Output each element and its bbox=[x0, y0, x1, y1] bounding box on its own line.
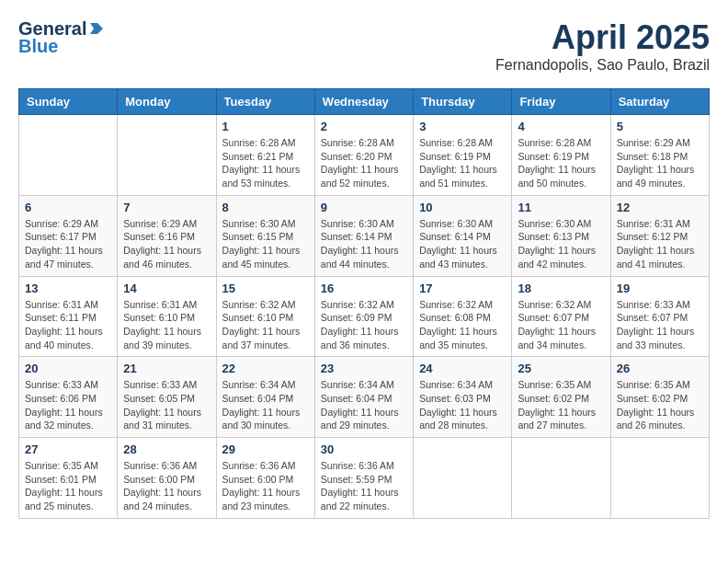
calendar-day-cell: 7Sunrise: 6:29 AM Sunset: 6:16 PM Daylig… bbox=[118, 195, 216, 276]
calendar-day-cell: 19Sunrise: 6:33 AM Sunset: 6:07 PM Dayli… bbox=[610, 276, 709, 357]
calendar-week-row: 27Sunrise: 6:35 AM Sunset: 6:01 PM Dayli… bbox=[19, 438, 710, 519]
day-number: 23 bbox=[321, 362, 407, 375]
page-header: General Blue April 2025 Fernandopolis, S… bbox=[18, 18, 710, 74]
day-info: Sunrise: 6:34 AM Sunset: 6:04 PM Dayligh… bbox=[321, 378, 407, 432]
day-info: Sunrise: 6:36 AM Sunset: 6:00 PM Dayligh… bbox=[123, 459, 210, 513]
calendar-day-cell: 11Sunrise: 6:30 AM Sunset: 6:13 PM Dayli… bbox=[512, 195, 610, 276]
weekday-header: Tuesday bbox=[216, 89, 314, 115]
calendar-day-cell: 6Sunrise: 6:29 AM Sunset: 6:17 PM Daylig… bbox=[19, 195, 118, 276]
logo-blue: Blue bbox=[18, 36, 58, 57]
day-info: Sunrise: 6:35 AM Sunset: 6:01 PM Dayligh… bbox=[25, 459, 111, 513]
calendar-day-cell: 3Sunrise: 6:28 AM Sunset: 6:19 PM Daylig… bbox=[414, 115, 512, 196]
calendar-day-cell: 10Sunrise: 6:30 AM Sunset: 6:14 PM Dayli… bbox=[414, 195, 512, 276]
weekday-header: Sunday bbox=[19, 89, 118, 115]
day-info: Sunrise: 6:30 AM Sunset: 6:14 PM Dayligh… bbox=[419, 217, 506, 271]
calendar-day-cell: 24Sunrise: 6:34 AM Sunset: 6:03 PM Dayli… bbox=[414, 357, 512, 438]
calendar-day-cell: 21Sunrise: 6:33 AM Sunset: 6:05 PM Dayli… bbox=[118, 357, 216, 438]
day-number: 4 bbox=[518, 120, 604, 133]
calendar-week-row: 6Sunrise: 6:29 AM Sunset: 6:17 PM Daylig… bbox=[19, 195, 710, 276]
calendar-day-cell: 25Sunrise: 6:35 AM Sunset: 6:02 PM Dayli… bbox=[512, 357, 610, 438]
day-info: Sunrise: 6:30 AM Sunset: 6:13 PM Dayligh… bbox=[518, 217, 604, 271]
calendar-day-cell bbox=[118, 115, 216, 196]
day-info: Sunrise: 6:34 AM Sunset: 6:03 PM Dayligh… bbox=[419, 378, 506, 432]
day-info: Sunrise: 6:33 AM Sunset: 6:07 PM Dayligh… bbox=[617, 298, 703, 352]
calendar-day-cell: 26Sunrise: 6:35 AM Sunset: 6:02 PM Dayli… bbox=[610, 357, 709, 438]
calendar-day-cell: 12Sunrise: 6:31 AM Sunset: 6:12 PM Dayli… bbox=[610, 195, 709, 276]
day-number: 7 bbox=[123, 201, 210, 214]
calendar-day-cell bbox=[610, 438, 709, 519]
calendar-day-cell: 9Sunrise: 6:30 AM Sunset: 6:14 PM Daylig… bbox=[314, 195, 413, 276]
day-number: 28 bbox=[123, 442, 210, 456]
day-info: Sunrise: 6:32 AM Sunset: 6:09 PM Dayligh… bbox=[321, 298, 407, 352]
day-info: Sunrise: 6:34 AM Sunset: 6:04 PM Dayligh… bbox=[222, 378, 309, 432]
day-info: Sunrise: 6:32 AM Sunset: 6:07 PM Dayligh… bbox=[518, 298, 604, 352]
calendar-day-cell: 30Sunrise: 6:36 AM Sunset: 5:59 PM Dayli… bbox=[314, 438, 413, 519]
day-number: 2 bbox=[321, 120, 407, 133]
day-info: Sunrise: 6:28 AM Sunset: 6:19 PM Dayligh… bbox=[419, 136, 506, 190]
day-number: 10 bbox=[419, 201, 506, 214]
day-number: 30 bbox=[321, 442, 407, 456]
day-info: Sunrise: 6:36 AM Sunset: 6:00 PM Dayligh… bbox=[222, 459, 309, 513]
calendar-day-cell: 18Sunrise: 6:32 AM Sunset: 6:07 PM Dayli… bbox=[512, 276, 610, 357]
day-info: Sunrise: 6:30 AM Sunset: 6:15 PM Dayligh… bbox=[222, 217, 309, 271]
calendar-day-cell: 28Sunrise: 6:36 AM Sunset: 6:00 PM Dayli… bbox=[118, 438, 216, 519]
day-info: Sunrise: 6:28 AM Sunset: 6:19 PM Dayligh… bbox=[518, 136, 604, 190]
day-info: Sunrise: 6:35 AM Sunset: 6:02 PM Dayligh… bbox=[617, 378, 703, 432]
calendar-day-cell: 2Sunrise: 6:28 AM Sunset: 6:20 PM Daylig… bbox=[314, 115, 413, 196]
weekday-header: Friday bbox=[512, 89, 610, 115]
logo-icon bbox=[88, 21, 103, 36]
day-number: 24 bbox=[419, 362, 506, 375]
day-number: 15 bbox=[222, 282, 309, 295]
calendar-day-cell bbox=[19, 115, 118, 196]
day-number: 14 bbox=[123, 282, 210, 295]
calendar-day-cell: 16Sunrise: 6:32 AM Sunset: 6:09 PM Dayli… bbox=[314, 276, 413, 357]
day-number: 16 bbox=[321, 282, 407, 295]
calendar-day-cell: 14Sunrise: 6:31 AM Sunset: 6:10 PM Dayli… bbox=[118, 276, 216, 357]
day-number: 12 bbox=[617, 201, 703, 214]
day-number: 25 bbox=[518, 362, 604, 375]
day-info: Sunrise: 6:32 AM Sunset: 6:08 PM Dayligh… bbox=[419, 298, 506, 352]
day-info: Sunrise: 6:31 AM Sunset: 6:11 PM Dayligh… bbox=[25, 298, 111, 352]
calendar-day-cell: 17Sunrise: 6:32 AM Sunset: 6:08 PM Dayli… bbox=[414, 276, 512, 357]
logo: General Blue bbox=[18, 18, 103, 57]
weekday-header: Monday bbox=[118, 89, 216, 115]
calendar-day-cell: 1Sunrise: 6:28 AM Sunset: 6:21 PM Daylig… bbox=[216, 115, 314, 196]
calendar-day-cell: 23Sunrise: 6:34 AM Sunset: 6:04 PM Dayli… bbox=[314, 357, 413, 438]
day-number: 22 bbox=[222, 362, 309, 375]
weekday-header: Thursday bbox=[414, 89, 512, 115]
day-number: 18 bbox=[518, 282, 604, 295]
day-number: 13 bbox=[25, 282, 111, 295]
day-info: Sunrise: 6:28 AM Sunset: 6:21 PM Dayligh… bbox=[222, 136, 309, 190]
day-number: 21 bbox=[123, 362, 210, 375]
day-number: 20 bbox=[25, 362, 111, 375]
day-info: Sunrise: 6:31 AM Sunset: 6:12 PM Dayligh… bbox=[617, 217, 703, 271]
calendar-day-cell: 22Sunrise: 6:34 AM Sunset: 6:04 PM Dayli… bbox=[216, 357, 314, 438]
day-number: 6 bbox=[25, 201, 111, 214]
calendar-week-row: 13Sunrise: 6:31 AM Sunset: 6:11 PM Dayli… bbox=[19, 276, 710, 357]
day-info: Sunrise: 6:29 AM Sunset: 6:18 PM Dayligh… bbox=[617, 136, 703, 190]
calendar-header-row: SundayMondayTuesdayWednesdayThursdayFrid… bbox=[19, 89, 710, 115]
day-number: 17 bbox=[419, 282, 506, 295]
svg-marker-0 bbox=[90, 23, 103, 34]
calendar-day-cell: 4Sunrise: 6:28 AM Sunset: 6:19 PM Daylig… bbox=[512, 115, 610, 196]
day-info: Sunrise: 6:31 AM Sunset: 6:10 PM Dayligh… bbox=[123, 298, 210, 352]
calendar-day-cell: 13Sunrise: 6:31 AM Sunset: 6:11 PM Dayli… bbox=[19, 276, 118, 357]
calendar-table: SundayMondayTuesdayWednesdayThursdayFrid… bbox=[18, 88, 710, 519]
day-info: Sunrise: 6:29 AM Sunset: 6:16 PM Dayligh… bbox=[123, 217, 210, 271]
day-info: Sunrise: 6:30 AM Sunset: 6:14 PM Dayligh… bbox=[321, 217, 407, 271]
title-section: April 2025 Fernandopolis, Sao Paulo, Bra… bbox=[495, 18, 710, 74]
day-number: 8 bbox=[222, 201, 309, 214]
weekday-header: Saturday bbox=[610, 89, 709, 115]
page-subtitle: Fernandopolis, Sao Paulo, Brazil bbox=[495, 57, 710, 74]
day-number: 29 bbox=[222, 442, 309, 456]
day-number: 3 bbox=[419, 120, 506, 133]
day-info: Sunrise: 6:33 AM Sunset: 6:05 PM Dayligh… bbox=[123, 378, 210, 432]
calendar-day-cell: 5Sunrise: 6:29 AM Sunset: 6:18 PM Daylig… bbox=[610, 115, 709, 196]
day-number: 5 bbox=[617, 120, 703, 133]
calendar-week-row: 1Sunrise: 6:28 AM Sunset: 6:21 PM Daylig… bbox=[19, 115, 710, 196]
day-number: 11 bbox=[518, 201, 604, 214]
weekday-header: Wednesday bbox=[314, 89, 413, 115]
calendar-day-cell bbox=[512, 438, 610, 519]
calendar-day-cell: 8Sunrise: 6:30 AM Sunset: 6:15 PM Daylig… bbox=[216, 195, 314, 276]
calendar-week-row: 20Sunrise: 6:33 AM Sunset: 6:06 PM Dayli… bbox=[19, 357, 710, 438]
